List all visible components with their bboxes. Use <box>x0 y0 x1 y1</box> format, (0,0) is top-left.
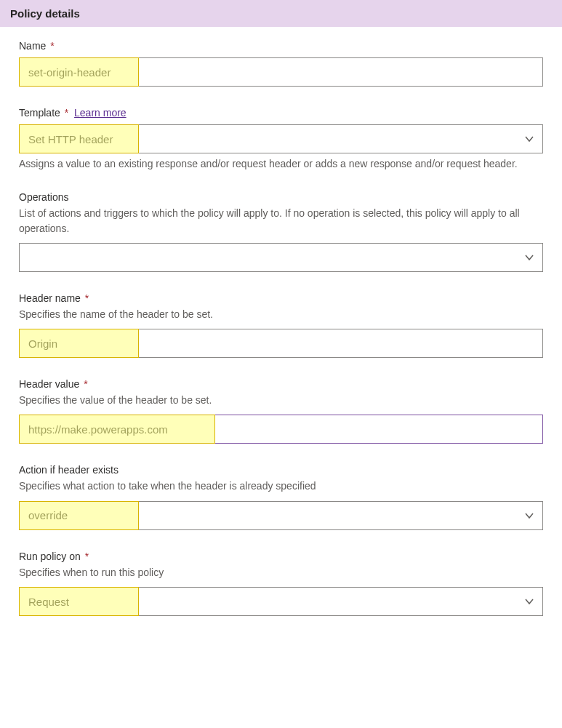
field-name: Name * <box>19 40 543 87</box>
field-action-if-exists: Action if header exists Specifies what a… <box>19 464 543 529</box>
field-run-policy-on: Run policy on * Specifies when to run th… <box>19 551 543 616</box>
operations-label: Operations <box>19 191 543 203</box>
template-select[interactable] <box>19 124 543 153</box>
learn-more-link[interactable]: Learn more <box>74 107 127 119</box>
form-body: Name * Template * Learn more Assigns a v… <box>0 27 562 638</box>
header-name-label: Header name * <box>19 292 543 304</box>
required-star: * <box>84 378 87 390</box>
header-value-help: Specifies the value of the header to be … <box>19 393 543 407</box>
header-name-help: Specifies the name of the header to be s… <box>19 307 543 321</box>
template-help: Assigns a value to an existing response … <box>19 156 543 171</box>
section-title: Policy details <box>10 7 80 20</box>
field-operations: Operations List of actions and triggers … <box>19 191 543 272</box>
action-if-exists-help: Specifies what action to take when the h… <box>19 479 543 493</box>
field-template: Template * Learn more Assigns a value to… <box>19 107 543 171</box>
required-star: * <box>85 551 89 562</box>
section-header: Policy details <box>0 0 562 27</box>
template-label: Template * Learn more <box>19 107 543 119</box>
required-star: * <box>65 107 68 119</box>
action-if-exists-label: Action if header exists <box>19 464 543 476</box>
operations-select[interactable] <box>19 243 543 272</box>
run-policy-on-help: Specifies when to run this policy <box>19 565 543 580</box>
header-value-label: Header value * <box>19 378 543 390</box>
action-if-exists-select[interactable] <box>19 501 543 530</box>
field-header-name: Header name * Specifies the name of the … <box>19 292 543 358</box>
operations-help: List of actions and triggers to which th… <box>19 206 543 236</box>
field-header-value: Header value * Specifies the value of th… <box>19 378 543 444</box>
required-star: * <box>50 40 54 52</box>
name-label: Name * <box>19 40 543 52</box>
header-name-input[interactable] <box>19 329 543 358</box>
header-value-input[interactable] <box>19 415 543 444</box>
name-input[interactable] <box>19 57 543 87</box>
required-star: * <box>85 292 89 304</box>
run-policy-on-select[interactable] <box>19 587 543 616</box>
run-policy-on-label: Run policy on * <box>19 551 543 562</box>
